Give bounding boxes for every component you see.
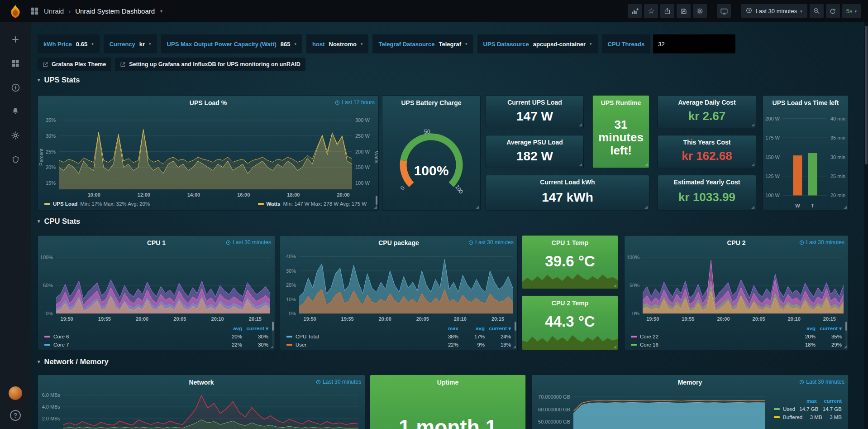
apps-grid-icon[interactable] xyxy=(31,7,38,15)
legend-series-row[interactable]: User22%9%13% xyxy=(286,341,511,349)
server-admin-icon[interactable] xyxy=(10,154,21,165)
panel-title[interactable]: UPS Load % xyxy=(38,99,378,106)
refresh-interval-dropdown[interactable]: 5s ▾ xyxy=(842,4,861,18)
panel-timerange[interactable]: Last 30 minutes xyxy=(226,239,271,246)
legend-series-row[interactable]: Core 2220%35% xyxy=(631,333,842,341)
panel-timerange[interactable]: Last 30 minutes xyxy=(799,379,844,385)
panel-title[interactable]: UPS Load vs Time left xyxy=(763,99,848,106)
cpu-package-chart[interactable]: 40%30%20%10%0%19:5019:5520:0020:0520:102… xyxy=(280,248,517,323)
variable-kwh-price[interactable]: kWh Price 0.65 ▾ xyxy=(38,34,100,53)
link-grafana-plex-theme[interactable]: Grafana Plex Theme xyxy=(38,58,111,71)
legend-sort-header[interactable]: current ▾ xyxy=(485,325,511,332)
network-chart[interactable]: 6.0 MBs4.0 MBs2.0 MBs xyxy=(38,389,365,429)
row-header-network-memory[interactable]: ▾ Network / Memory xyxy=(38,357,109,366)
legend-series-row[interactable]: Used14.7 GB14.7 GB xyxy=(774,405,842,413)
row-header-ups-stats[interactable]: ▾ UPS Stats xyxy=(38,76,80,84)
ups-load-vs-time-chart[interactable]: 200 W175 W150 W125 W100 W40 min35 min30 … xyxy=(763,109,848,210)
panel-timerange[interactable]: Last 30 minutes xyxy=(316,379,361,385)
help-icon[interactable]: ? xyxy=(10,410,21,421)
stat-value: kr 2.67 xyxy=(658,106,756,128)
breadcrumb-root[interactable]: Unraid xyxy=(44,7,64,15)
panel-title[interactable]: Uptime xyxy=(370,379,525,386)
variable-ups-max-output[interactable]: UPS Max Output Power Capacity (Watt) 865… xyxy=(161,34,302,53)
cpu2-chart[interactable]: 100%50%0%19:5019:5520:0020:0520:1020:15 xyxy=(625,248,848,323)
link-ups-monitoring-guide[interactable]: Setting up Grafana and InfluxDB for UPS … xyxy=(115,58,305,71)
alerting-icon[interactable] xyxy=(10,106,21,117)
save-button[interactable] xyxy=(677,4,691,18)
y-axis-label-right: Watts xyxy=(374,151,378,164)
explore-icon[interactable] xyxy=(10,82,21,93)
legend-sort-header[interactable]: current xyxy=(817,398,842,404)
cpu1-chart[interactable]: 100%50%0%19:5019:5520:0020:0520:1020:15 xyxy=(38,248,275,323)
stat-value: 182 W xyxy=(486,146,583,168)
cpu1-temp-sparkline xyxy=(522,273,618,289)
legend-sort-header[interactable]: max xyxy=(792,398,817,404)
series-swatch xyxy=(44,336,50,337)
cpu-threads-input[interactable]: 32 xyxy=(653,34,735,53)
panel-title[interactable]: CPU 1 Temp xyxy=(522,239,618,246)
svg-text:100%: 100% xyxy=(627,255,639,260)
dashboard-title[interactable]: Unraid System Dashboard xyxy=(75,7,155,15)
user-avatar[interactable] xyxy=(9,386,22,400)
panel-title[interactable]: CPU 2 Temp xyxy=(522,299,618,307)
variable-host[interactable]: host Nostromo ▾ xyxy=(306,34,368,53)
battery-gauge[interactable]: 50 0 100 100% xyxy=(382,109,480,210)
chevron-down-icon: ▾ xyxy=(38,218,40,224)
legend-sort-header[interactable]: avg xyxy=(458,326,485,331)
panel-title[interactable]: UPS Battery Charge xyxy=(382,99,480,106)
legend-item[interactable]: WattsMin: 147 W Max: 278 W Avg: 175 W xyxy=(258,200,367,207)
memory-chart[interactable]: 70.000000 GB60.000000 GB50.000000 GB xyxy=(532,389,768,429)
svg-text:2.0 MBs: 2.0 MBs xyxy=(42,416,61,421)
scrollbar-thumb[interactable] xyxy=(865,26,868,164)
create-icon[interactable] xyxy=(10,34,21,45)
legend-series-row[interactable]: Core 1618%29% xyxy=(631,341,842,349)
legend-series-row[interactable]: Buffered3 MB3 MB xyxy=(774,413,842,421)
legend-scrollbar[interactable] xyxy=(845,322,847,345)
legend-scrollbar[interactable] xyxy=(515,322,516,345)
add-panel-button[interactable] xyxy=(628,4,642,18)
panel-timerange[interactable]: Last 12 hours xyxy=(335,99,375,106)
variable-currency[interactable]: Currency kr ▾ xyxy=(104,34,157,53)
zoom-out-button[interactable] xyxy=(810,4,824,18)
svg-text:100%: 100% xyxy=(40,255,53,260)
svg-text:200 W: 200 W xyxy=(765,116,780,121)
ups-load-chart[interactable]: Percent Watts 35%30%25%20%15%300 W250 W2… xyxy=(38,109,378,199)
legend-scrollbar[interactable] xyxy=(272,322,274,345)
grafana-logo[interactable] xyxy=(0,0,31,22)
dashboards-icon[interactable] xyxy=(10,58,21,69)
dashboard-settings-button[interactable] xyxy=(693,4,707,18)
panel-title[interactable]: Current UPS Load xyxy=(486,99,583,106)
legend-sort-header[interactable]: max xyxy=(432,326,458,331)
legend-sort-header[interactable]: current ▾ xyxy=(242,325,268,332)
panel-timerange[interactable]: Last 30 minutes xyxy=(468,239,514,246)
cycle-view-button[interactable] xyxy=(717,4,731,18)
time-range-picker[interactable]: Last 30 minutes ▾ xyxy=(741,4,807,18)
panel-title[interactable]: UPS Runtime xyxy=(593,99,649,106)
variable-telegraf-datasource[interactable]: Telegraf Datasource Telegraf ▾ xyxy=(372,34,473,53)
gauge-tick-50: 50 xyxy=(424,129,430,135)
legend-series-row[interactable]: CPU Total38%17%24% xyxy=(286,333,511,341)
legend-sort-header[interactable]: current ▾ xyxy=(816,325,842,332)
configuration-icon[interactable] xyxy=(10,130,21,141)
legend-sort-header[interactable]: avg xyxy=(789,326,816,331)
legend-scrollbar[interactable] xyxy=(376,196,377,207)
gauge-tick-0: 0 xyxy=(399,185,406,191)
panel-title[interactable]: This Years Cost xyxy=(658,139,756,146)
panel-title[interactable]: Current Load kWh xyxy=(486,178,649,186)
series-swatch xyxy=(286,344,292,346)
legend-series-row[interactable]: Core 722%30% xyxy=(44,341,268,349)
panel-title[interactable]: Estimated Yearly Cost xyxy=(658,178,756,186)
variable-ups-datasource[interactable]: UPS Datasource apcupsd-container ▾ xyxy=(477,34,598,53)
panel-timerange[interactable]: Last 30 minutes xyxy=(799,239,844,246)
star-button[interactable]: ☆ xyxy=(644,4,658,18)
share-button[interactable] xyxy=(660,4,674,18)
panel-title[interactable]: Average PSU Load xyxy=(486,139,583,146)
legend-series-row[interactable]: Core 620%30% xyxy=(44,333,268,341)
panel-title[interactable]: Average Daily Cost xyxy=(658,99,756,106)
legend-sort-header[interactable]: avg xyxy=(216,326,242,331)
dashboard-caret-icon[interactable]: ▾ xyxy=(160,9,162,14)
page-scrollbar[interactable] xyxy=(864,22,868,429)
legend-item[interactable]: UPS LoadMin: 17% Max: 32% Avg: 20% xyxy=(44,200,150,207)
refresh-button[interactable] xyxy=(826,4,840,18)
row-header-cpu-stats[interactable]: ▾ CPU Stats xyxy=(38,217,80,226)
